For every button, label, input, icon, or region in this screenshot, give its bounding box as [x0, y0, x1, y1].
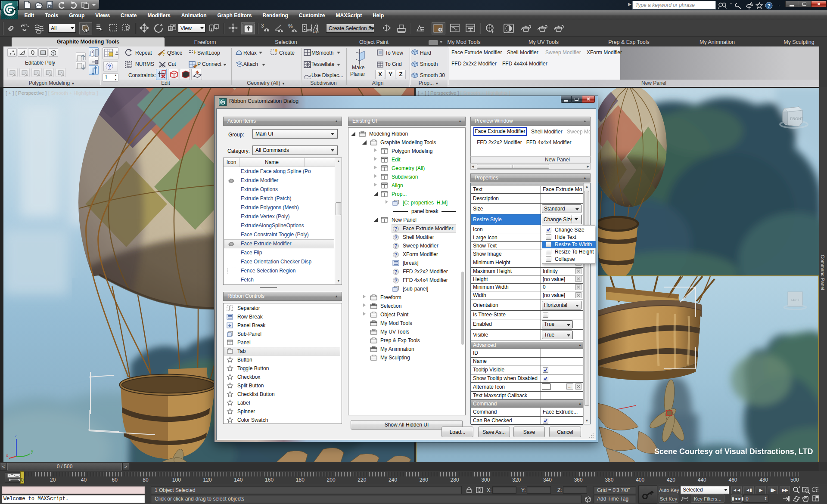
svg-text:%: % — [288, 23, 293, 29]
svg-text:?: ? — [395, 252, 398, 258]
svg-text:[ + ] [ Perspective ] [ Smooth: [ + ] [ Perspective ] [ Smooth + Highlig… — [418, 90, 510, 96]
svg-text:?: ? — [395, 278, 398, 284]
svg-text:3: 3 — [261, 23, 264, 29]
svg-text:?: ? — [395, 226, 398, 232]
svg-text:Scene Courtesy of Visual Distr: Scene Courtesy of Visual Distractions, L… — [654, 447, 813, 456]
svg-text:z: z — [15, 433, 17, 438]
svg-text:?: ? — [395, 235, 398, 241]
svg-text:?: ? — [768, 3, 771, 9]
svg-text:?: ? — [108, 63, 111, 70]
svg-text:FRONT: FRONT — [790, 117, 803, 121]
svg-text:[ + ] [ Perspective ] [ Smooth: [ + ] [ Perspective ] [ Smooth + Highlig… — [6, 90, 98, 96]
svg-text:LEFT: LEFT — [791, 298, 800, 302]
svg-text:?: ? — [395, 269, 398, 275]
svg-text:?: ? — [395, 243, 398, 249]
svg-text:ABC: ABC — [313, 31, 319, 34]
svg-text:y: y — [31, 449, 33, 454]
svg-text:x: x — [6, 453, 8, 458]
